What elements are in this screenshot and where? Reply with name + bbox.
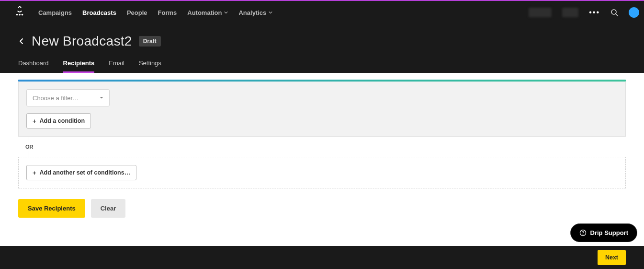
main-content: Choose a filter… + Add a condition OR + … <box>0 80 644 227</box>
tab-recipients[interactable]: Recipients <box>63 59 95 73</box>
or-label: OR <box>25 144 626 150</box>
account-blur-1 <box>529 8 552 17</box>
nav-analytics[interactable]: Analytics <box>238 9 272 16</box>
nav-broadcasts[interactable]: Broadcasts <box>82 9 116 16</box>
chevron-down-icon <box>224 11 228 14</box>
nav-people[interactable]: People <box>127 9 147 16</box>
add-condition-button[interactable]: + Add a condition <box>26 113 91 129</box>
logo[interactable] <box>14 6 25 19</box>
svg-point-6 <box>582 234 583 235</box>
tab-settings[interactable]: Settings <box>139 59 161 73</box>
search-icon[interactable] <box>610 9 618 16</box>
add-set-group: + Add another set of conditions… <box>18 157 626 188</box>
nav-campaigns[interactable]: Campaigns <box>38 9 72 16</box>
chat-bubble-icon[interactable] <box>629 7 639 18</box>
connector-line <box>29 151 29 157</box>
svg-point-0 <box>19 14 21 16</box>
add-conditions-set-button[interactable]: + Add another set of conditions… <box>26 165 136 180</box>
main-header: Campaigns Broadcasts People Forms Automa… <box>0 1 644 24</box>
next-button[interactable]: Next <box>598 250 626 265</box>
more-menu-icon[interactable]: ••• <box>589 8 600 17</box>
save-recipients-button[interactable]: Save Recipients <box>18 199 85 218</box>
svg-point-3 <box>611 10 616 14</box>
account-blur-2 <box>562 8 578 17</box>
primary-nav: Campaigns Broadcasts People Forms Automa… <box>38 9 272 16</box>
page-title: New Broadcast2 <box>32 34 132 49</box>
tabs: Dashboard Recipients Email Settings <box>18 59 626 73</box>
dropdown-placeholder: Choose a filter… <box>33 94 79 102</box>
question-circle-icon <box>579 229 587 236</box>
connector-line <box>29 137 29 142</box>
back-arrow-icon[interactable] <box>18 38 25 45</box>
filter-group: Choose a filter… + Add a condition <box>18 82 626 137</box>
svg-line-4 <box>616 14 618 16</box>
chevron-down-icon <box>269 11 272 14</box>
clear-button[interactable]: Clear <box>91 199 126 218</box>
nav-forms[interactable]: Forms <box>158 9 177 16</box>
caret-down-icon <box>100 96 103 100</box>
header-right: ••• <box>529 7 635 18</box>
title-row: New Broadcast2 Draft <box>18 34 626 49</box>
plus-icon: + <box>33 118 36 124</box>
nav-automation[interactable]: Automation <box>187 9 228 16</box>
footer-bar: Next <box>0 246 644 269</box>
status-badge: Draft <box>139 36 161 47</box>
plus-icon: + <box>33 170 36 176</box>
support-button[interactable]: Drip Support <box>570 223 637 242</box>
filter-dropdown[interactable]: Choose a filter… <box>26 89 110 106</box>
tab-email[interactable]: Email <box>109 59 124 73</box>
tab-dashboard[interactable]: Dashboard <box>18 59 49 73</box>
svg-point-2 <box>22 14 23 16</box>
subheader: New Broadcast2 Draft Dashboard Recipient… <box>0 24 644 73</box>
action-row: Save Recipients Clear <box>18 199 626 218</box>
svg-point-1 <box>16 14 18 16</box>
